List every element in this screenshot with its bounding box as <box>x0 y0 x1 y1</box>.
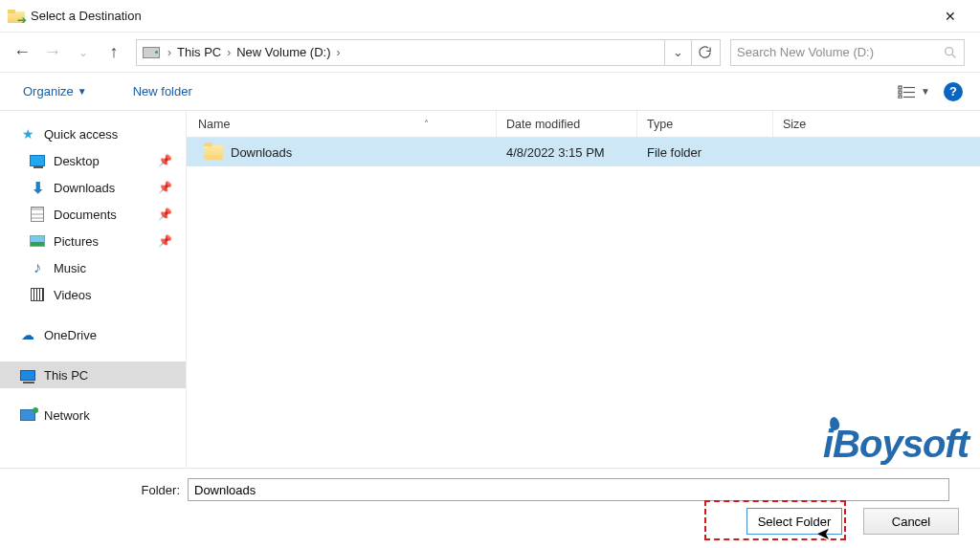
select-folder-button[interactable]: Select Folder <box>746 508 842 535</box>
nav-history-dropdown[interactable]: ⌄ <box>71 40 96 65</box>
search-placeholder: Search New Volume (D:) <box>737 45 943 59</box>
refresh-button[interactable] <box>691 40 718 65</box>
sidebar-network[interactable]: Network <box>0 402 186 428</box>
window-folder-icon: ➔ <box>8 10 25 23</box>
column-label: Type <box>647 118 673 131</box>
file-row[interactable]: Downloads 4/8/2022 3:15 PM File folder <box>187 138 980 166</box>
column-label: Size <box>783 118 806 131</box>
help-button[interactable]: ? <box>944 82 963 101</box>
search-box[interactable]: Search New Volume (D:) <box>730 39 965 66</box>
view-details-icon <box>898 85 917 99</box>
address-end-controls: ⌄ <box>664 40 718 65</box>
chevron-down-icon: ▼ <box>921 86 930 97</box>
new-folder-button[interactable]: New folder <box>127 80 198 102</box>
file-list: Name ˄ Date modified Type Size Downloads… <box>187 111 980 468</box>
column-header-type[interactable]: Type <box>637 111 773 137</box>
videos-icon <box>31 288 44 301</box>
sidebar-label: Network <box>44 408 90 423</box>
pin-icon: 📌 <box>158 181 172 194</box>
column-header-size[interactable]: Size <box>773 111 869 137</box>
sidebar-item-music[interactable]: ♪ Music <box>0 254 186 281</box>
watermark-logo: iBoysoft <box>823 423 969 466</box>
sidebar-item-label: Music <box>54 261 86 275</box>
pc-icon <box>20 370 35 381</box>
organize-label: Organize <box>23 84 74 99</box>
download-icon: ⬇ <box>32 179 44 197</box>
column-label: Name <box>198 118 230 131</box>
folder-input-row: Folder: <box>0 474 965 501</box>
sidebar-item-label: Videos <box>54 288 92 302</box>
main-area: ★ Quick access Desktop 📌 ⬇ Downloads 📌 D… <box>0 111 980 468</box>
sidebar-onedrive[interactable]: ☁ OneDrive <box>0 321 186 348</box>
sidebar-item-label: Downloads <box>54 181 115 195</box>
column-header-date[interactable]: Date modified <box>497 111 637 137</box>
nav-back-button[interactable]: ← <box>10 40 34 65</box>
pictures-icon <box>30 235 45 247</box>
sidebar-item-label: Desktop <box>54 154 100 168</box>
sidebar-label: Quick access <box>44 127 118 142</box>
sidebar-item-desktop[interactable]: Desktop 📌 <box>0 147 186 174</box>
sidebar-item-label: Documents <box>54 208 117 222</box>
folder-icon <box>204 145 223 160</box>
organize-menu[interactable]: Organize ▼ <box>17 80 93 102</box>
cloud-icon: ☁ <box>21 327 34 342</box>
dialog-bottom: Folder: Select Folder Cancel ➤ <box>0 468 980 548</box>
cancel-button[interactable]: Cancel <box>863 508 959 535</box>
document-icon <box>31 207 44 222</box>
column-label: Date modified <box>506 118 580 131</box>
address-dropdown-button[interactable]: ⌄ <box>664 40 691 65</box>
chevron-right-icon[interactable]: › <box>164 46 175 59</box>
file-name-cell: Downloads <box>187 145 497 160</box>
sidebar-quick-access[interactable]: ★ Quick access <box>0 121 186 147</box>
drive-icon <box>143 47 160 58</box>
file-type-cell: File folder <box>637 145 773 160</box>
nav-up-button[interactable]: ↑ <box>101 40 126 65</box>
chevron-right-icon[interactable]: › <box>223 46 234 59</box>
folder-field-label: Folder: <box>0 483 180 497</box>
chevron-down-icon: ▼ <box>78 86 87 97</box>
pin-icon: 📌 <box>158 154 172 167</box>
svg-rect-3 <box>899 91 902 94</box>
network-icon <box>20 409 35 421</box>
breadcrumb-segment[interactable]: This PC <box>175 45 223 59</box>
window-title: Select a Destination <box>31 9 142 23</box>
star-icon: ★ <box>22 126 34 142</box>
svg-rect-5 <box>899 96 902 99</box>
sidebar-item-pictures[interactable]: Pictures 📌 <box>0 228 186 254</box>
sidebar-item-label: Pictures <box>54 234 99 249</box>
sidebar-item-documents[interactable]: Documents 📌 <box>0 201 186 228</box>
file-name: Downloads <box>231 145 292 160</box>
svg-point-0 <box>946 47 953 55</box>
nav-bar: ← → ⌄ ↑ › This PC › New Volume (D:) › ⌄ … <box>0 33 980 73</box>
pin-icon: 📌 <box>158 234 172 248</box>
title-bar: ➔ Select a Destination ✕ <box>0 0 980 33</box>
sidebar-label: This PC <box>44 368 88 383</box>
search-icon <box>943 45 958 60</box>
view-mode-selector[interactable]: ▼ <box>894 83 934 100</box>
sidebar-item-videos[interactable]: Videos <box>0 281 186 308</box>
svg-rect-1 <box>899 86 902 89</box>
navigation-pane: ★ Quick access Desktop 📌 ⬇ Downloads 📌 D… <box>0 111 187 468</box>
sidebar-label: OneDrive <box>44 328 97 342</box>
address-breadcrumb[interactable]: › This PC › New Volume (D:) › ⌄ <box>136 39 721 66</box>
music-icon: ♪ <box>33 259 41 276</box>
folder-name-input[interactable] <box>188 478 949 501</box>
toolbar: Organize ▼ New folder ▼ ? <box>0 73 980 111</box>
column-headers: Name ˄ Date modified Type Size <box>187 111 980 138</box>
sort-ascending-icon: ˄ <box>424 119 429 129</box>
chevron-right-icon[interactable]: › <box>332 46 344 59</box>
nav-forward-button[interactable]: → <box>40 40 65 65</box>
sidebar-this-pc[interactable]: This PC <box>0 362 186 388</box>
file-date-cell: 4/8/2022 3:15 PM <box>497 145 637 160</box>
sidebar-item-downloads[interactable]: ⬇ Downloads 📌 <box>0 174 186 201</box>
column-header-name[interactable]: Name ˄ <box>187 111 497 137</box>
pin-icon: 📌 <box>158 208 172 221</box>
desktop-icon <box>30 155 45 166</box>
window-close-button[interactable]: ✕ <box>928 4 972 29</box>
breadcrumb-segment[interactable]: New Volume (D:) <box>234 45 332 59</box>
